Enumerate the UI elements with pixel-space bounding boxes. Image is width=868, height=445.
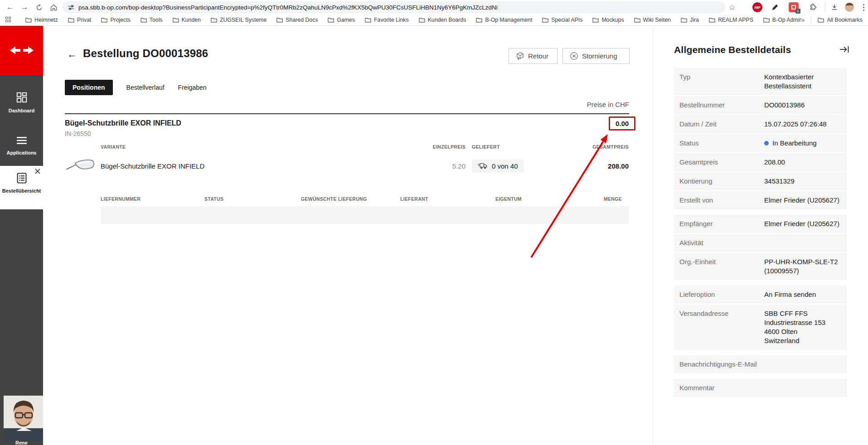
sidebar-item-bestelluebersicht[interactable]: Bestellübersicht [0, 166, 43, 209]
column-header: VARIANTE [101, 144, 411, 150]
red-extension-icon[interactable]: 1 [789, 2, 799, 12]
detail-row: BestellnummerDO00013986 [674, 96, 847, 114]
detail-row: Gesamtpreis208.00 [674, 153, 847, 171]
folder-icon [141, 17, 147, 23]
user-avatar[interactable] [4, 396, 44, 441]
browser-menu-icon[interactable] [858, 2, 868, 12]
sidebar-item-applications[interactable]: Applications [0, 136, 43, 155]
delivery-table-empty-row [101, 206, 629, 224]
folder-icon [101, 17, 107, 23]
browser-reload-icon[interactable] [33, 1, 45, 14]
sidebar-item-dashboard[interactable]: Dashboard [0, 92, 43, 113]
bookmark-star-icon[interactable]: ☆ [727, 2, 737, 12]
all-bookmarks-button[interactable]: All Bookmarks [818, 17, 863, 23]
site-info-icon[interactable] [68, 4, 75, 11]
bookmark-folder[interactable]: Special APIs [542, 17, 582, 23]
detail-row: Kommentar [674, 379, 847, 397]
bookmark-folder[interactable]: Kunden [173, 17, 201, 23]
bookmark-folder[interactable]: B-Op Admin [763, 17, 801, 23]
browser-forward-icon[interactable]: → [18, 1, 31, 14]
bookmark-folder[interactable]: ZUGSEIL Systeme [211, 17, 267, 23]
browser-profile-avatar[interactable] [845, 3, 854, 12]
collapse-panel-icon[interactable] [839, 45, 849, 55]
folder-icon [681, 17, 687, 23]
browser-toolbar: ← → psa.sbb.b-op.com/bop-desktop?Busines… [0, 0, 868, 15]
detail-label: Lieferoption [679, 290, 764, 299]
retour-button[interactable]: Retour [509, 48, 558, 64]
tab-bar: Positionen Bestellverlauf Freigaben [65, 80, 207, 95]
safety-glasses-image [63, 155, 98, 175]
bookmark-folder[interactable]: Privat [68, 17, 91, 23]
detail-label: Datum / Zeit [679, 120, 764, 129]
product-thumbnail [63, 155, 101, 177]
bookmark-folder[interactable]: REALM APPS [709, 17, 753, 23]
bookmark-folder[interactable]: Mockups [592, 17, 624, 23]
detail-row: Kontierung34531329 [674, 172, 847, 190]
detail-row: Erstellt vonElmer Frieder (U205627) [674, 191, 847, 209]
detail-label: Status [679, 139, 764, 148]
page-title: Bestellung DO00013986 [83, 47, 208, 60]
bookmark-folder[interactable]: Wiki Seiten [634, 17, 671, 23]
detail-value [764, 383, 847, 392]
bookmark-folder[interactable]: Jira [681, 17, 699, 23]
column-header: LIEFERANT [400, 196, 495, 202]
stornierung-button[interactable]: Stornierung [563, 48, 630, 64]
browser-back-icon[interactable]: ← [4, 1, 16, 14]
detail-row: Org.-EinheitPP-UHR-KOMP-SLE-T2 (10009557… [674, 253, 847, 280]
bookmarks-overflow-chevron[interactable]: » [801, 16, 805, 24]
bookmark-folder[interactable]: Games [328, 17, 355, 23]
detail-value: 15.07.2025 07:26:48 [764, 120, 847, 129]
status-dot-icon [764, 141, 769, 145]
bookmark-folder[interactable]: B-Op Management [476, 17, 532, 23]
back-arrow-icon[interactable]: ← [67, 48, 77, 60]
detail-label: Gesamtpreis [679, 158, 764, 167]
variant-total-price: 208.00 [535, 162, 629, 170]
extension-badge: 1 [795, 9, 800, 14]
downloads-icon[interactable] [829, 2, 839, 12]
bookmark-folder[interactable]: Favorite Links [365, 17, 409, 23]
bookmark-folder[interactable]: Heimnetz [25, 17, 58, 23]
folder-icon [419, 17, 425, 23]
divider-rule [65, 113, 629, 114]
tab-freigaben[interactable]: Freigaben [178, 80, 207, 95]
hamburger-menu-icon [16, 136, 28, 145]
detail-row: VersandadresseSBB CFF FFS Industriestras… [674, 305, 847, 350]
bookmark-folder[interactable]: Projects [101, 17, 130, 23]
delivery-table-header: LIEFERNUMMERSTATUSGEWÜNSCHTE LIEFERUNGLI… [101, 196, 629, 202]
extensions-puzzle-icon[interactable] [808, 2, 818, 12]
variant-row: Bügel-Schutzbrille EXOR INFIELD 5.20 0 v… [63, 153, 629, 179]
order-details-panel: Allgemeine Bestelldetails TypKontextbasi… [653, 26, 868, 445]
close-icon[interactable] [34, 168, 41, 174]
detail-value: Elmer Frieder (U205627) [764, 219, 847, 228]
adblock-extension-icon[interactable]: ABP [752, 2, 762, 12]
side-panel-grid-icon[interactable] [5, 17, 11, 22]
column-header: GELIEFERT [472, 144, 535, 150]
bookmark-folder[interactable]: Tools [141, 17, 163, 23]
folder-icon [476, 17, 482, 23]
app-sidebar: Dashboard Applications Bestellübersicht … [0, 26, 43, 445]
detail-value: PP-UHR-KOMP-SLE-T2 (10009557) [764, 257, 847, 276]
detail-value [764, 360, 847, 369]
browser-home-icon[interactable] [47, 1, 60, 14]
sidebar-item-label: Applications [0, 150, 43, 155]
folder-icon [542, 17, 548, 23]
detail-value: Elmer Frieder (U205627) [764, 196, 847, 205]
user-photo [4, 396, 44, 441]
dashboard-icon [16, 92, 27, 103]
folder-icon [25, 17, 32, 23]
detail-row: Benachrichtigungs-E-Mail [674, 355, 847, 373]
bookmark-folder[interactable]: Shared Docs [276, 17, 318, 23]
pen-extension-icon[interactable] [770, 2, 780, 12]
detail-label: Org.-Einheit [679, 257, 764, 276]
detail-row: LieferoptionAn Firma senden [674, 285, 847, 304]
tab-positionen[interactable]: Positionen [65, 80, 113, 95]
column-header: EIGENTUM [495, 196, 603, 202]
bookmark-folder[interactable]: Kunden Boards [419, 17, 466, 23]
sbb-logo[interactable] [0, 26, 43, 75]
address-bar[interactable]: psa.sbb.b-op.com/bop-desktop?BusinessPar… [63, 1, 725, 13]
detail-label: Empfänger [679, 219, 764, 228]
tab-bestellverlauf[interactable]: Bestellverlauf [126, 80, 165, 95]
detail-row: StatusIn Bearbeitung [674, 134, 847, 152]
detail-label: Versandadresse [679, 309, 764, 345]
column-header: LIEFERNUMMER [101, 196, 204, 202]
